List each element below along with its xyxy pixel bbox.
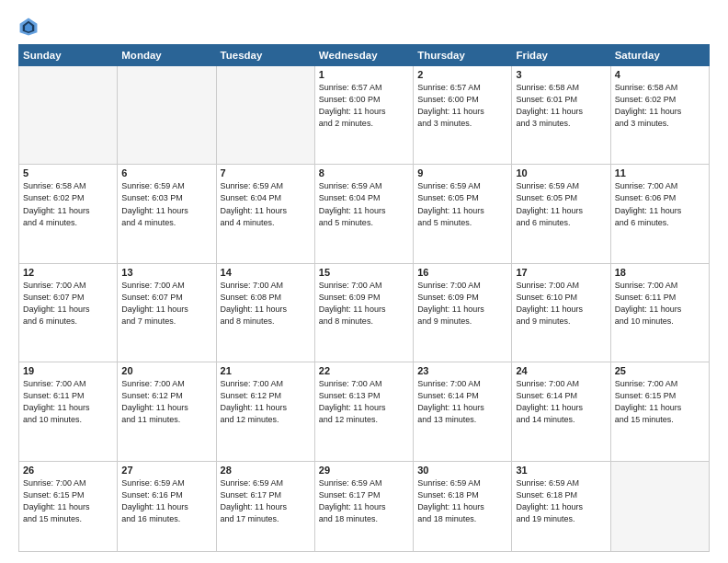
table-row: 9Sunrise: 6:59 AM Sunset: 6:05 PM Daylig… <box>414 165 512 263</box>
day-number: 15 <box>319 267 409 278</box>
table-row: 11Sunrise: 7:00 AM Sunset: 6:06 PM Dayli… <box>610 165 709 263</box>
day-number: 13 <box>121 267 211 278</box>
day-number: 23 <box>417 365 507 376</box>
day-info: Sunrise: 6:59 AM Sunset: 6:18 PM Dayligh… <box>516 477 606 525</box>
day-number: 14 <box>221 267 311 278</box>
table-row: 28Sunrise: 6:59 AM Sunset: 6:17 PM Dayli… <box>216 461 314 551</box>
table-row: 21Sunrise: 7:00 AM Sunset: 6:12 PM Dayli… <box>216 362 314 461</box>
day-info: Sunrise: 6:59 AM Sunset: 6:17 PM Dayligh… <box>221 477 311 525</box>
col-friday: Friday <box>512 45 610 66</box>
table-row: 12Sunrise: 7:00 AM Sunset: 6:07 PM Dayli… <box>19 263 118 362</box>
day-number: 12 <box>23 267 113 278</box>
calendar-week-row: 26Sunrise: 7:00 AM Sunset: 6:15 PM Dayli… <box>19 461 710 551</box>
table-row: 15Sunrise: 7:00 AM Sunset: 6:09 PM Dayli… <box>314 263 413 362</box>
calendar-week-row: 5Sunrise: 6:58 AM Sunset: 6:02 PM Daylig… <box>19 165 710 263</box>
day-number: 27 <box>121 465 211 476</box>
day-number: 9 <box>417 167 507 178</box>
day-number: 21 <box>221 365 311 376</box>
table-row: 16Sunrise: 7:00 AM Sunset: 6:09 PM Dayli… <box>414 263 512 362</box>
day-info: Sunrise: 6:59 AM Sunset: 6:05 PM Dayligh… <box>516 180 606 228</box>
day-number: 30 <box>417 465 507 476</box>
day-number: 6 <box>121 167 211 178</box>
day-info: Sunrise: 6:59 AM Sunset: 6:03 PM Dayligh… <box>121 180 211 228</box>
day-number: 18 <box>615 267 705 278</box>
table-row: 26Sunrise: 7:00 AM Sunset: 6:15 PM Dayli… <box>19 461 118 551</box>
page: Sunday Monday Tuesday Wednesday Thursday… <box>0 0 728 563</box>
table-row: 27Sunrise: 6:59 AM Sunset: 6:16 PM Dayli… <box>118 461 216 551</box>
table-row: 18Sunrise: 7:00 AM Sunset: 6:11 PM Dayli… <box>610 263 709 362</box>
table-row <box>216 66 314 165</box>
day-info: Sunrise: 7:00 AM Sunset: 6:14 PM Dayligh… <box>417 378 507 426</box>
calendar-week-row: 12Sunrise: 7:00 AM Sunset: 6:07 PM Dayli… <box>19 263 710 362</box>
day-number: 11 <box>615 167 705 178</box>
logo <box>18 17 42 37</box>
day-info: Sunrise: 6:58 AM Sunset: 6:02 PM Dayligh… <box>615 82 705 130</box>
day-number: 10 <box>516 167 606 178</box>
day-number: 20 <box>121 365 211 376</box>
day-info: Sunrise: 6:59 AM Sunset: 6:16 PM Dayligh… <box>121 477 211 525</box>
day-number: 29 <box>319 465 409 476</box>
calendar-table: Sunday Monday Tuesday Wednesday Thursday… <box>18 44 710 552</box>
table-row: 6Sunrise: 6:59 AM Sunset: 6:03 PM Daylig… <box>118 165 216 263</box>
day-number: 25 <box>615 365 705 376</box>
day-number: 4 <box>615 69 705 80</box>
calendar-header-row: Sunday Monday Tuesday Wednesday Thursday… <box>19 45 710 66</box>
day-number: 28 <box>221 465 311 476</box>
col-monday: Monday <box>118 45 216 66</box>
table-row <box>19 66 118 165</box>
col-saturday: Saturday <box>610 45 709 66</box>
table-row: 25Sunrise: 7:00 AM Sunset: 6:15 PM Dayli… <box>610 362 709 461</box>
day-number: 1 <box>319 69 409 80</box>
day-info: Sunrise: 7:00 AM Sunset: 6:07 PM Dayligh… <box>121 280 211 327</box>
table-row: 2Sunrise: 6:57 AM Sunset: 6:00 PM Daylig… <box>414 66 512 165</box>
table-row: 4Sunrise: 6:58 AM Sunset: 6:02 PM Daylig… <box>610 66 709 165</box>
day-info: Sunrise: 6:59 AM Sunset: 6:17 PM Dayligh… <box>319 477 409 525</box>
day-info: Sunrise: 6:57 AM Sunset: 6:00 PM Dayligh… <box>417 82 507 130</box>
table-row: 7Sunrise: 6:59 AM Sunset: 6:04 PM Daylig… <box>216 165 314 263</box>
table-row: 19Sunrise: 7:00 AM Sunset: 6:11 PM Dayli… <box>19 362 118 461</box>
day-number: 5 <box>23 167 113 178</box>
day-number: 31 <box>516 465 606 476</box>
day-number: 8 <box>319 167 409 178</box>
day-number: 19 <box>23 365 113 376</box>
day-number: 16 <box>417 267 507 278</box>
day-info: Sunrise: 6:58 AM Sunset: 6:02 PM Dayligh… <box>23 180 113 228</box>
table-row: 29Sunrise: 6:59 AM Sunset: 6:17 PM Dayli… <box>314 461 413 551</box>
table-row: 23Sunrise: 7:00 AM Sunset: 6:14 PM Dayli… <box>414 362 512 461</box>
table-row: 30Sunrise: 6:59 AM Sunset: 6:18 PM Dayli… <box>414 461 512 551</box>
table-row <box>118 66 216 165</box>
day-info: Sunrise: 6:57 AM Sunset: 6:00 PM Dayligh… <box>319 82 409 130</box>
day-info: Sunrise: 6:59 AM Sunset: 6:05 PM Dayligh… <box>417 180 507 228</box>
day-info: Sunrise: 7:00 AM Sunset: 6:11 PM Dayligh… <box>23 378 113 426</box>
calendar-week-row: 1Sunrise: 6:57 AM Sunset: 6:00 PM Daylig… <box>19 66 710 165</box>
table-row: 24Sunrise: 7:00 AM Sunset: 6:14 PM Dayli… <box>512 362 610 461</box>
day-info: Sunrise: 6:59 AM Sunset: 6:18 PM Dayligh… <box>417 477 507 525</box>
day-number: 3 <box>516 69 606 80</box>
day-info: Sunrise: 7:00 AM Sunset: 6:11 PM Dayligh… <box>615 280 705 327</box>
table-row: 10Sunrise: 6:59 AM Sunset: 6:05 PM Dayli… <box>512 165 610 263</box>
day-info: Sunrise: 7:00 AM Sunset: 6:09 PM Dayligh… <box>417 280 507 327</box>
table-row: 8Sunrise: 6:59 AM Sunset: 6:04 PM Daylig… <box>314 165 413 263</box>
day-info: Sunrise: 7:00 AM Sunset: 6:12 PM Dayligh… <box>121 378 211 426</box>
col-sunday: Sunday <box>19 45 118 66</box>
table-row: 17Sunrise: 7:00 AM Sunset: 6:10 PM Dayli… <box>512 263 610 362</box>
table-row: 22Sunrise: 7:00 AM Sunset: 6:13 PM Dayli… <box>314 362 413 461</box>
day-info: Sunrise: 7:00 AM Sunset: 6:07 PM Dayligh… <box>23 280 113 327</box>
col-tuesday: Tuesday <box>216 45 314 66</box>
day-info: Sunrise: 7:00 AM Sunset: 6:14 PM Dayligh… <box>516 378 606 426</box>
day-number: 17 <box>516 267 606 278</box>
day-number: 22 <box>319 365 409 376</box>
day-number: 26 <box>23 465 113 476</box>
day-info: Sunrise: 7:00 AM Sunset: 6:15 PM Dayligh… <box>615 378 705 426</box>
day-number: 2 <box>417 69 507 80</box>
table-row: 20Sunrise: 7:00 AM Sunset: 6:12 PM Dayli… <box>118 362 216 461</box>
day-info: Sunrise: 7:00 AM Sunset: 6:10 PM Dayligh… <box>516 280 606 327</box>
day-info: Sunrise: 6:59 AM Sunset: 6:04 PM Dayligh… <box>319 180 409 228</box>
day-info: Sunrise: 7:00 AM Sunset: 6:08 PM Dayligh… <box>221 280 311 327</box>
day-info: Sunrise: 6:58 AM Sunset: 6:01 PM Dayligh… <box>516 82 606 130</box>
day-info: Sunrise: 7:00 AM Sunset: 6:06 PM Dayligh… <box>615 180 705 228</box>
day-number: 24 <box>516 365 606 376</box>
table-row: 5Sunrise: 6:58 AM Sunset: 6:02 PM Daylig… <box>19 165 118 263</box>
col-thursday: Thursday <box>414 45 512 66</box>
table-row: 13Sunrise: 7:00 AM Sunset: 6:07 PM Dayli… <box>118 263 216 362</box>
